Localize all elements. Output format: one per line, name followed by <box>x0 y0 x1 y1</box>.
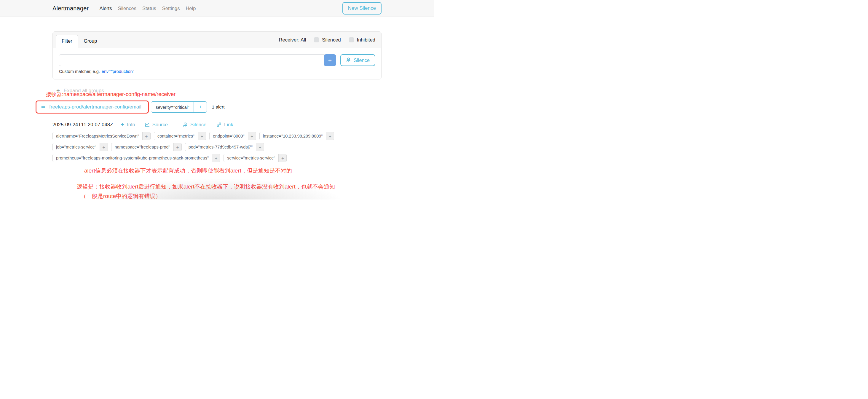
alert-labels-row-3: prometheus="freeleaps-monitoring-system/… <box>53 154 381 162</box>
silenced-checkbox[interactable] <box>314 37 319 42</box>
group-matcher-add-button[interactable]: + <box>193 102 207 112</box>
alert-label-tag: instance="10.233.98.209:8009" + <box>259 132 334 140</box>
nav-item-help[interactable]: Help <box>183 3 198 13</box>
label-filter-add-button[interactable]: + <box>142 132 150 140</box>
inhibited-checkbox[interactable] <box>349 37 354 42</box>
silenced-label: Silenced <box>322 37 341 43</box>
bell-slash-icon <box>346 57 351 63</box>
plus-icon: + <box>121 122 124 127</box>
annotation-highlight-box: freeleaps-prod/alertmanager-config/email <box>36 100 149 114</box>
group-matcher-label: severity="critical" <box>151 102 194 112</box>
alert-labels-row-1: alertname="FreeleapsMetricsServiceDown" … <box>53 132 381 140</box>
alert-label-tag: namespace="freeleaps-prod" + <box>111 143 182 151</box>
bell-slash-icon <box>183 122 188 127</box>
alert-label-tag: job="metrics-service" + <box>53 143 108 151</box>
link-icon <box>216 122 221 127</box>
alert-label-tag: container="metrics" + <box>154 132 206 140</box>
alert-meta-row: 2025-09-24T11:20:07.048Z + Info Source <box>53 122 381 127</box>
alert-label-tag: service="metrics-service" + <box>223 154 287 162</box>
nav-item-settings[interactable]: Settings <box>159 3 183 13</box>
nav-links: Alerts Silences Status Settings Help <box>96 3 198 13</box>
navbar: Alertmanager Alerts Silences Status Sett… <box>0 0 434 17</box>
collapse-minus-icon <box>41 106 45 108</box>
nav-item-alerts[interactable]: Alerts <box>96 3 115 13</box>
nav-item-silences[interactable]: Silences <box>115 3 139 13</box>
label-filter-add-button[interactable]: + <box>326 132 334 140</box>
alert-label-tag: alertname="FreeleapsMetricsServiceDown" … <box>53 132 151 140</box>
info-button[interactable]: + Info <box>121 122 135 127</box>
annotation-receiver-note: 接收器:namespace/altermanager-config-name/r… <box>46 91 381 98</box>
alert-label-tag: pod="metrics-77d9cdb497-wdsj7" + <box>185 143 264 151</box>
add-matcher-button[interactable]: + <box>324 54 336 66</box>
alert-group-row: freeleaps-prod/alertmanager-config/email… <box>36 100 381 114</box>
group-toggle-button[interactable]: freeleaps-prod/alertmanager-config/email <box>37 102 146 112</box>
label-filter-add-button[interactable]: + <box>212 154 220 162</box>
filter-card-body: + Silence Custom matcher, e.g.env="produ… <box>53 48 381 79</box>
alert-label-tag: prometheus="freeleaps-monitoring-system/… <box>53 154 220 162</box>
matcher-example-link[interactable]: env="production" <box>102 69 134 74</box>
alert-timestamp: 2025-09-24T11:20:07.048Z <box>53 122 113 127</box>
matcher-hint: Custom matcher, e.g.env="production" <box>59 69 375 74</box>
label-filter-add-button[interactable]: + <box>256 143 264 151</box>
silenced-checkbox-group[interactable]: Silenced <box>314 37 341 43</box>
inhibited-checkbox-group[interactable]: Inhibited <box>349 37 375 43</box>
silence-alert-button[interactable]: Silence <box>183 122 206 127</box>
alert-link-button[interactable]: Link <box>216 122 233 127</box>
annotation-line-1: alert信息必须在接收器下才表示配置成功，否则即使能看到alert，但是通知是… <box>84 167 381 175</box>
chart-line-icon <box>145 122 150 127</box>
filter-card-header: Filter Group Receiver: All Silenced Inhi… <box>53 32 381 48</box>
alert-labels-row-2: job="metrics-service" + namespace="freel… <box>53 143 381 151</box>
tab-group[interactable]: Group <box>78 35 102 48</box>
label-filter-add-button[interactable]: + <box>278 154 286 162</box>
label-filter-add-button[interactable]: + <box>198 132 206 140</box>
label-filter-add-button[interactable]: + <box>174 143 181 151</box>
label-filter-add-button[interactable]: + <box>100 143 107 151</box>
filter-tabs: Filter Group <box>56 32 102 48</box>
app-brand: Alertmanager <box>53 5 89 12</box>
annotation-line-3: （一般是route中的逻辑有错误） <box>81 192 381 200</box>
silence-filter-button[interactable]: Silence <box>340 54 375 66</box>
matcher-input[interactable] <box>59 54 326 66</box>
alert-label-tag: endpoint="8009" + <box>209 132 256 140</box>
annotation-line-2: 逻辑是：接收器收到alert后进行通知，如果alert不在接收器下，说明接收器没… <box>77 183 381 191</box>
inhibited-label: Inhibited <box>357 37 375 43</box>
alert-count: 1 alert <box>212 104 224 110</box>
new-silence-button[interactable]: New Silence <box>342 2 382 14</box>
filter-card: Filter Group Receiver: All Silenced Inhi… <box>53 31 381 80</box>
nav-item-status[interactable]: Status <box>139 3 159 13</box>
label-filter-add-button[interactable]: + <box>248 132 256 140</box>
group-matcher-control: severity="critical" + <box>151 101 207 113</box>
tab-filter[interactable]: Filter <box>56 35 78 48</box>
source-link[interactable]: Source <box>145 122 168 127</box>
receiver-dropdown[interactable]: Receiver: All <box>279 37 306 43</box>
